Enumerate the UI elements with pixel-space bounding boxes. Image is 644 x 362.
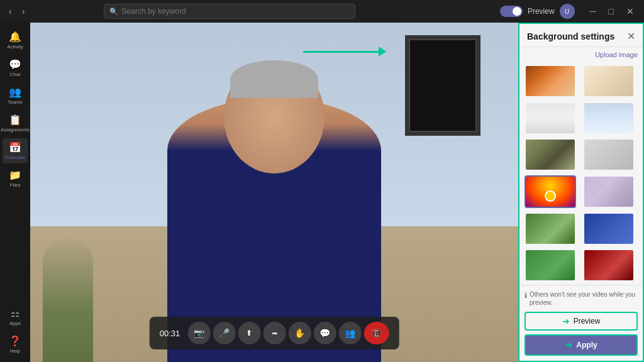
participants-icon: 👥 (345, 328, 355, 338)
sidebar-item-teams[interactable]: 👥 Teams (3, 83, 28, 108)
upload-image-button[interactable]: Upload image (519, 47, 643, 62)
preview-toggle-label: Preview (528, 7, 555, 16)
preview-action-button[interactable]: ➜ Preview (525, 312, 638, 331)
bg-thumb-1[interactable] (525, 65, 576, 97)
video-background (30, 23, 518, 362)
bg-thumb-11-image (526, 250, 575, 280)
bg-thumb-3[interactable] (525, 102, 576, 134)
preview-arrow-icon: ➜ (562, 316, 570, 326)
chat-button[interactable]: 💬 (313, 322, 336, 344)
camera-icon: 📷 (194, 328, 204, 338)
back-button[interactable]: ‹ (5, 5, 16, 18)
apply-button-label: Apply (576, 341, 597, 349)
apply-arrow-icon: ➜ (565, 340, 572, 350)
window-controls: ─ □ ✕ (585, 5, 639, 18)
bg-thumb-10-image (584, 214, 633, 244)
sidebar-item-activity[interactable]: 🔔 Activity (3, 28, 28, 53)
mic-icon: 🎤 (219, 328, 230, 338)
bg-thumb-9-image (526, 214, 575, 244)
help-icon: ❓ (9, 335, 21, 347)
sidebar-label-apps: Apps (9, 321, 21, 326)
preview-toggle-area: Preview (500, 6, 555, 17)
search-icon: 🔍 (109, 8, 118, 16)
sidebar-item-calendar[interactable]: 📅 Calendar (3, 138, 28, 163)
sidebar-item-assignments[interactable]: 📋 Assignments (3, 111, 28, 136)
activity-icon: 🔔 (9, 31, 21, 43)
bg-thumb-2[interactable] (583, 65, 635, 97)
close-button[interactable]: ✕ (621, 5, 639, 18)
sidebar-item-files[interactable]: 📁 Files (3, 166, 28, 191)
bg-thumb-9[interactable] (525, 212, 576, 245)
person-hair (230, 60, 318, 98)
bg-thumb-6[interactable] (583, 138, 635, 171)
bg-thumb-8-image (584, 177, 633, 207)
sidebar-label-chat: Chat (10, 72, 21, 77)
bg-thumb-3-image (526, 103, 575, 133)
assignments-icon: 📋 (9, 114, 21, 126)
arrow-head (379, 47, 386, 57)
sidebar-label-files: Files (10, 182, 21, 188)
panel-title: Background settings (527, 31, 614, 41)
notice-message: Others won't see your video while you pr… (530, 290, 638, 307)
picture-frame (405, 35, 480, 136)
bg-thumb-7-image (526, 177, 575, 207)
chat-icon: 💬 (9, 58, 21, 70)
sidebar-item-chat[interactable]: 💬 Chat (3, 55, 28, 80)
bg-thumb-10[interactable] (583, 212, 635, 245)
bg-thumb-2-image (584, 66, 633, 96)
plant (43, 236, 93, 362)
files-icon: 📁 (9, 169, 21, 181)
sidebar-item-apps[interactable]: ⚏ Apps (3, 304, 28, 329)
notice-text: ℹ Others won't see your video while you … (525, 290, 638, 307)
sidebar-label-assignments: Assignments (1, 127, 30, 133)
forward-button[interactable]: › (18, 5, 29, 18)
arrow-line (303, 51, 379, 53)
bg-thumb-8[interactable] (583, 175, 635, 208)
video-area: 00:31 📷 🎤 ⬆ ••• ✋ 💬 👥 📵 (30, 23, 518, 362)
background-settings-panel: Background settings ✕ Upload image (518, 23, 644, 362)
share-button[interactable]: ⬆ (238, 322, 260, 344)
background-grid (519, 62, 643, 285)
camera-button[interactable]: 📷 (187, 322, 210, 344)
more-icon: ••• (272, 330, 277, 337)
person-head (224, 60, 325, 173)
participants-button[interactable]: 👥 (338, 322, 361, 344)
raise-hand-icon: ✋ (294, 328, 305, 338)
more-button[interactable]: ••• (263, 322, 286, 344)
mic-button[interactable]: 🎤 (213, 322, 235, 344)
arrow-annotation (303, 47, 386, 57)
bg-thumb-11[interactable] (525, 249, 576, 282)
sidebar-item-help[interactable]: ❓ Help (3, 332, 28, 357)
bg-thumb-5-image (526, 140, 575, 170)
end-call-icon: 📵 (371, 328, 382, 338)
end-call-button[interactable]: 📵 (364, 322, 389, 344)
bg-thumb-6-image (584, 140, 633, 170)
apps-icon: ⚏ (11, 307, 19, 319)
panel-close-button[interactable]: ✕ (627, 31, 635, 41)
search-input[interactable] (122, 7, 350, 16)
bg-thumb-7[interactable] (525, 175, 576, 208)
call-timer: 00:31 (160, 329, 180, 338)
bg-thumb-12[interactable] (583, 249, 635, 282)
search-bar: 🔍 (104, 4, 355, 19)
teams-icon: 👥 (9, 86, 21, 98)
nav-buttons: ‹ › (5, 5, 28, 18)
title-bar: ‹ › 🔍 Preview U ─ □ ✕ (0, 0, 644, 23)
bg-thumb-5[interactable] (525, 138, 576, 171)
user-avatar[interactable]: U (560, 4, 575, 19)
minimize-button[interactable]: ─ (585, 5, 601, 18)
preview-button-label: Preview (574, 317, 601, 326)
call-controls-bar: 00:31 📷 🎤 ⬆ ••• ✋ 💬 👥 📵 (150, 317, 399, 349)
apply-button[interactable]: ➜ Apply (525, 334, 638, 356)
bg-thumb-4[interactable] (583, 102, 635, 134)
chat-control-icon: 💬 (319, 328, 330, 338)
sidebar-label-calendar: Calendar (5, 155, 25, 160)
sidebar-label-help: Help (10, 348, 20, 354)
main-content: 🔔 Activity 💬 Chat 👥 Teams 📋 Assignments … (0, 23, 644, 362)
raise-hand-button[interactable]: ✋ (288, 322, 311, 344)
sidebar: 🔔 Activity 💬 Chat 👥 Teams 📋 Assignments … (0, 23, 30, 362)
preview-toggle-switch[interactable] (500, 6, 523, 17)
bg-thumb-1-image (526, 66, 575, 96)
notice-icon: ℹ (525, 291, 527, 300)
maximize-button[interactable]: □ (604, 5, 619, 18)
